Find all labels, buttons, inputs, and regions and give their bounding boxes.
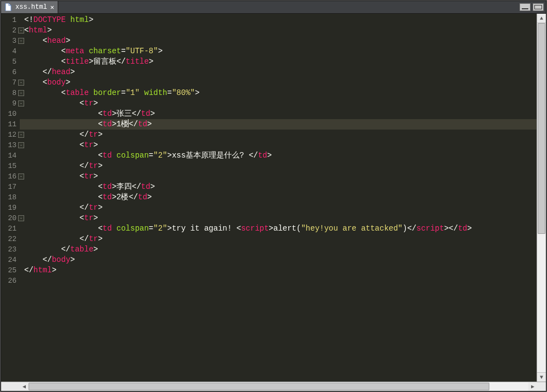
code-token: colspan (116, 151, 149, 160)
line-number[interactable]: 15 (1, 161, 20, 171)
code-line[interactable]: <td>2楼</td> (20, 192, 537, 203)
code-token (24, 130, 80, 139)
code-line[interactable]: <!DOCTYPE html> (20, 15, 537, 25)
code-line[interactable]: </html> (20, 265, 537, 276)
line-number[interactable]: 18 (1, 192, 20, 203)
code-token: "80%" (172, 88, 195, 97)
code-editor[interactable]: <!DOCTYPE html><html> <head> <meta chars… (20, 14, 537, 382)
line-number[interactable]: 5 (1, 57, 20, 67)
code-token: table (70, 245, 93, 254)
line-number[interactable]: 26 (1, 276, 20, 286)
code-line[interactable]: <td>张三</td> (20, 109, 537, 119)
code-token: = (121, 88, 125, 97)
code-token (24, 47, 61, 55)
code-line[interactable]: <td colspan="2">xss基本原理是什么? </td> (20, 150, 537, 161)
editor-area: 12-3-4567-8-9-101112-13-141516-17181920-… (1, 14, 546, 391)
line-number[interactable]: 13- (1, 140, 20, 150)
line-number[interactable]: 25 (1, 265, 20, 276)
code-line[interactable]: <td>李四</td> (20, 182, 537, 192)
code-line[interactable]: </table> (20, 244, 537, 255)
code-token: > (195, 88, 199, 97)
code-line[interactable]: </tr> (20, 234, 537, 244)
line-number[interactable]: 20- (1, 213, 20, 223)
line-number[interactable]: 6 (1, 67, 20, 77)
code-token: </ (249, 151, 258, 160)
code-line[interactable]: <body> (20, 77, 537, 88)
code-token: > (147, 120, 152, 128)
line-number[interactable]: 8- (1, 88, 20, 98)
line-number[interactable]: 12- (1, 130, 20, 140)
code-token: > (149, 57, 153, 66)
line-number[interactable]: 11 (1, 119, 20, 130)
code-token: </ (407, 224, 416, 233)
scroll-left-arrow-icon[interactable]: ◀ (20, 382, 29, 391)
line-number[interactable]: 2- (1, 25, 20, 36)
code-line[interactable]: <tr> (20, 213, 537, 223)
code-line[interactable]: <td>1楼</td> (20, 119, 537, 130)
code-line[interactable]: <td colspan="2">try it again! <script>al… (20, 223, 537, 234)
code-line[interactable]: <tr> (20, 98, 537, 109)
code-line[interactable]: <tr> (20, 140, 537, 150)
code-token (24, 151, 98, 160)
line-number[interactable]: 19 (1, 203, 20, 213)
scrollbar-corner (537, 382, 546, 391)
line-number[interactable]: 24 (1, 255, 20, 265)
scroll-up-arrow-icon[interactable]: ▲ (537, 14, 546, 23)
vscroll-thumb[interactable] (538, 23, 545, 234)
code-token: table (66, 88, 89, 97)
line-number[interactable]: 4 (1, 46, 20, 57)
line-number[interactable]: 7- (1, 77, 20, 88)
code-line[interactable] (20, 276, 537, 286)
code-token: > (70, 68, 75, 76)
line-number[interactable]: 22 (1, 234, 20, 244)
code-token: > (98, 234, 102, 243)
line-number[interactable]: 23 (1, 244, 20, 255)
code-token: </ (43, 255, 52, 264)
close-tab-icon[interactable]: ✕ (51, 3, 54, 12)
code-token: > (93, 245, 98, 254)
code-token: td (103, 109, 112, 118)
line-number[interactable]: 1 (1, 15, 20, 25)
line-number-gutter[interactable]: 12-3-4567-8-9-101112-13-141516-17181920-… (1, 14, 20, 382)
code-token: < (61, 88, 65, 97)
code-line[interactable]: <title>留言板</title> (20, 57, 537, 67)
code-line[interactable]: </tr> (20, 161, 537, 171)
code-line[interactable]: </tr> (20, 203, 537, 213)
scroll-down-arrow-icon[interactable]: ▼ (537, 372, 546, 382)
line-number[interactable]: 16- (1, 171, 20, 182)
code-token: td (103, 224, 112, 233)
scroll-right-arrow-icon[interactable]: ▶ (528, 382, 537, 391)
code-line[interactable]: <html> (20, 25, 537, 36)
code-line[interactable]: </head> (20, 67, 537, 77)
hscroll-track[interactable] (29, 382, 528, 391)
code-token: td (103, 120, 112, 128)
code-line[interactable]: <head> (20, 36, 537, 46)
file-tab[interactable]: xss.html ✕ (1, 1, 58, 13)
code-line[interactable]: <table border="1" width="80%"> (20, 88, 537, 98)
line-number[interactable]: 21 (1, 223, 20, 234)
line-number[interactable]: 14 (1, 150, 20, 161)
line-number[interactable]: 9- (1, 98, 20, 109)
code-token: > (93, 172, 98, 181)
window-controls (517, 1, 546, 13)
code-token: < (80, 99, 84, 108)
vertical-scrollbar[interactable]: ▲ ▼ (537, 14, 546, 382)
line-number[interactable]: 10 (1, 109, 20, 119)
line-number[interactable]: 3- (1, 36, 20, 46)
file-icon (4, 3, 12, 11)
line-number[interactable]: 17 (1, 182, 20, 192)
vscroll-track[interactable] (537, 23, 546, 372)
minimize-button[interactable] (520, 3, 531, 11)
hscroll-thumb[interactable] (29, 383, 489, 390)
code-token: 2楼 (116, 193, 129, 201)
code-token: < (98, 151, 102, 160)
code-line[interactable]: </body> (20, 255, 537, 265)
code-line[interactable]: <meta charset="UTF-8"> (20, 46, 537, 57)
horizontal-scrollbar[interactable]: ◀ ▶ (1, 382, 546, 391)
code-token: 留言板 (93, 57, 116, 66)
code-token: xss基本原理是什么? (172, 151, 249, 160)
code-line[interactable]: </tr> (20, 130, 537, 140)
code-line[interactable]: <tr> (20, 171, 537, 182)
code-token: width (144, 88, 168, 97)
maximize-button[interactable] (533, 3, 544, 11)
